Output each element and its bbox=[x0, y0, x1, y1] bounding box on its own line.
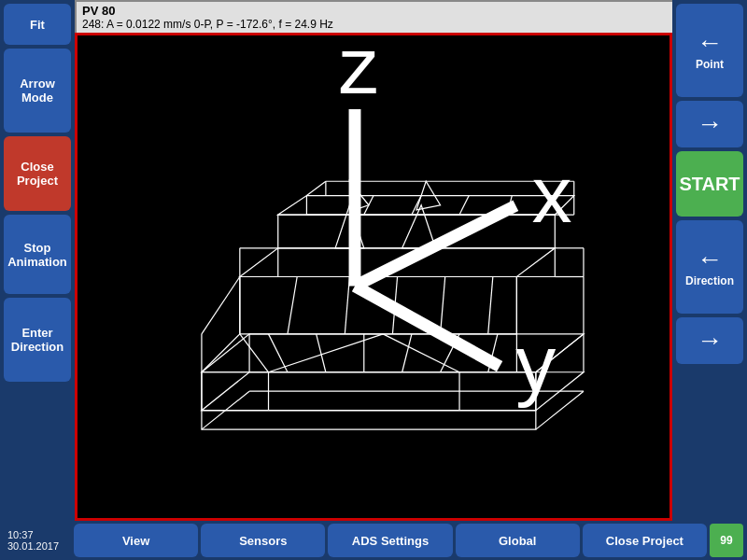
viewport-title: PV 80 bbox=[82, 4, 667, 18]
close-project-button-left[interactable]: Close Project bbox=[4, 136, 71, 211]
svg-line-67 bbox=[441, 277, 445, 334]
fit-button[interactable]: Fit bbox=[4, 4, 71, 45]
svg-line-45 bbox=[536, 334, 584, 372]
arrow-left-icon-2: ← bbox=[697, 246, 723, 273]
svg-line-37 bbox=[488, 334, 498, 372]
svg-line-65 bbox=[345, 277, 349, 334]
viewport: x y z bbox=[75, 33, 672, 521]
svg-line-9 bbox=[536, 391, 584, 429]
arrow-right-button-2[interactable]: → bbox=[676, 317, 743, 364]
svg-line-31 bbox=[240, 334, 269, 372]
date-display: 30.01.2017 bbox=[7, 540, 71, 552]
direction-label: Direction bbox=[685, 274, 734, 287]
svg-line-66 bbox=[392, 277, 397, 334]
close-project-button-bottom[interactable]: Close Project bbox=[583, 524, 707, 557]
global-button[interactable]: Global bbox=[456, 524, 580, 557]
svg-marker-15 bbox=[240, 277, 517, 334]
arrow-right-icon-1: → bbox=[697, 111, 723, 137]
svg-line-27 bbox=[269, 334, 384, 372]
arrow-mode-button[interactable]: Arrow Mode bbox=[4, 49, 71, 133]
center-area: PV 80 248: A = 0.0122 mm/s 0-P, P = -172… bbox=[75, 0, 672, 521]
svg-marker-12 bbox=[202, 334, 584, 372]
svg-marker-21 bbox=[278, 196, 574, 215]
svg-line-52 bbox=[412, 196, 421, 215]
time-display: 10:37 bbox=[7, 529, 71, 540]
point-label: Point bbox=[696, 58, 724, 71]
start-button[interactable]: START bbox=[676, 151, 743, 217]
svg-line-64 bbox=[288, 277, 297, 334]
svg-marker-16 bbox=[240, 248, 555, 277]
svg-line-68 bbox=[488, 277, 493, 334]
enter-direction-button[interactable]: Enter Direction bbox=[4, 298, 71, 382]
svg-line-54 bbox=[507, 196, 512, 215]
left-sidebar: Fit Arrow Mode Close Project Stop Animat… bbox=[0, 0, 75, 521]
svg-line-53 bbox=[459, 196, 469, 215]
svg-line-36 bbox=[441, 334, 459, 372]
arrow-right-icon-2: → bbox=[697, 328, 723, 354]
battery-indicator: 99 bbox=[710, 524, 743, 557]
arrow-left-icon: ← bbox=[697, 30, 723, 56]
viewport-header: PV 80 248: A = 0.0122 mm/s 0-P, P = -172… bbox=[75, 0, 672, 33]
bottom-bar: 10:37 30.01.2017 View Sensors ADS Settin… bbox=[0, 521, 747, 560]
point-button[interactable]: ← Point bbox=[676, 4, 743, 97]
viewport-subtitle: 248: A = 0.0122 mm/s 0-P, P = -172.6°, f… bbox=[82, 18, 667, 31]
stop-animation-button[interactable]: Stop Animation bbox=[4, 215, 71, 294]
right-sidebar: ← Point → START ← Direction → bbox=[672, 0, 747, 521]
svg-line-43 bbox=[202, 334, 240, 372]
svg-line-32 bbox=[269, 334, 288, 372]
svg-line-28 bbox=[383, 334, 459, 372]
svg-line-35 bbox=[402, 334, 412, 372]
svg-marker-39 bbox=[335, 205, 364, 248]
svg-marker-7 bbox=[202, 411, 536, 429]
wireframe-3d bbox=[78, 35, 669, 518]
svg-line-51 bbox=[364, 196, 374, 215]
svg-marker-41 bbox=[402, 205, 436, 248]
datetime-display: 10:37 30.01.2017 bbox=[4, 529, 71, 552]
main-layout: Fit Arrow Mode Close Project Stop Animat… bbox=[0, 0, 747, 521]
svg-line-61 bbox=[202, 277, 240, 334]
arrow-right-button-1[interactable]: → bbox=[676, 101, 743, 147]
direction-button[interactable]: ← Direction bbox=[676, 220, 743, 314]
view-button[interactable]: View bbox=[74, 524, 198, 557]
svg-marker-20 bbox=[278, 215, 556, 248]
svg-line-47 bbox=[306, 181, 325, 195]
battery-value: 99 bbox=[720, 534, 732, 547]
sensors-button[interactable]: Sensors bbox=[201, 524, 325, 557]
ads-settings-button[interactable]: ADS Settings bbox=[328, 524, 452, 557]
